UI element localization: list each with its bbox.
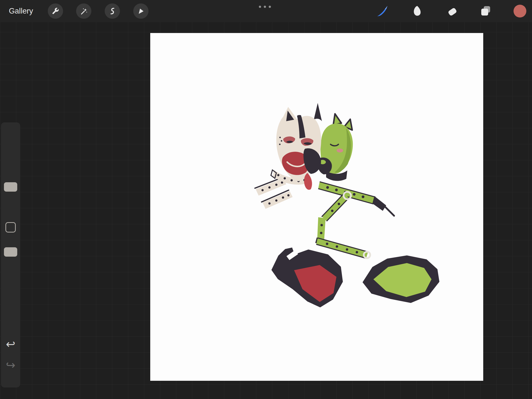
transform-arrow-icon — [137, 7, 145, 15]
ellipsis-icon — [269, 6, 271, 8]
ellipsis-icon — [264, 6, 266, 8]
eraser-icon — [446, 4, 459, 18]
opacity-slider[interactable] — [1, 238, 20, 332]
color-swatch[interactable] — [514, 5, 526, 17]
modify-button[interactable] — [5, 222, 16, 233]
topbar: Gallery — [0, 0, 532, 22]
redo-button[interactable]: ↪ — [1, 358, 20, 372]
paint-tool-button[interactable] — [376, 4, 389, 18]
actions-button[interactable] — [48, 3, 63, 19]
ellipsis-icon — [259, 6, 261, 8]
selection-s-icon — [108, 7, 116, 15]
brush-size-slider[interactable] — [1, 122, 20, 218]
adjustments-button[interactable] — [76, 3, 91, 19]
paintbrush-icon — [376, 4, 389, 18]
gallery-button[interactable]: Gallery — [9, 0, 33, 22]
erase-tool-button[interactable] — [446, 4, 459, 18]
artwork-two-pup-masks — [150, 33, 483, 381]
drawing-canvas[interactable] — [150, 33, 483, 381]
selection-button[interactable] — [105, 3, 120, 19]
sidebar: ↩ ↪ — [1, 122, 20, 387]
smudge-tool-button[interactable] — [410, 4, 424, 18]
transform-button[interactable] — [133, 3, 149, 19]
undo-button[interactable]: ↩ — [1, 337, 20, 351]
brush-size-handle[interactable] — [4, 182, 17, 192]
canvas-menu-button[interactable] — [259, 4, 273, 9]
layers-button[interactable] — [479, 4, 493, 18]
smudge-icon — [410, 4, 424, 18]
magic-wand-icon — [80, 7, 88, 15]
opacity-handle[interactable] — [4, 247, 17, 257]
layers-icon — [479, 4, 493, 18]
wrench-icon — [51, 7, 59, 15]
